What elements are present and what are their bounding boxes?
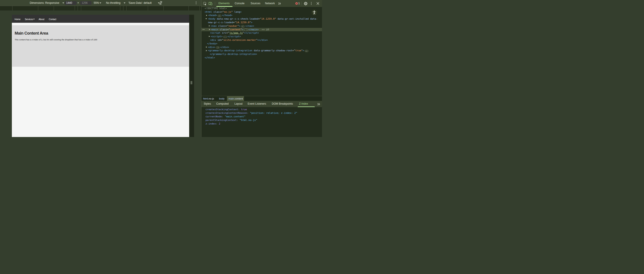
gear-icon[interactable] — [304, 1, 308, 5]
chevron-down-icon — [62, 2, 64, 3]
viewport-height-input[interactable]: 1256 — [80, 1, 92, 5]
zindex-property-row: createsStackingContext: true — [206, 108, 247, 111]
row-hover-dots-icon[interactable] — [202, 29, 204, 30]
page-navbar: HomeServicesAboutContact — [12, 15, 189, 23]
tree-row[interactable]: <head></head> — [202, 14, 322, 17]
tree-row[interactable]: <body data-new-gr-c-s-check-loaded="14.1… — [202, 17, 322, 21]
code-segment: <div> — [208, 46, 215, 49]
code-segment: > — [240, 10, 242, 13]
code-segment: src — [220, 31, 226, 34]
expand-arrow-icon[interactable] — [206, 50, 207, 51]
tab-network[interactable]: Network — [265, 0, 275, 7]
tab-z-index[interactable]: Z-Index — [299, 101, 308, 107]
ellipsis-expand-icon[interactable] — [241, 25, 245, 27]
tab-elements[interactable]: Elements — [218, 0, 230, 7]
breadcrumb: html.no-jsbodymain.content — [202, 96, 322, 101]
dimensions-selector[interactable]: Dimensions: Responsive — [30, 0, 59, 6]
tab-styles[interactable]: Styles — [204, 101, 211, 107]
nav-item-contact[interactable]: Contact — [49, 18, 56, 20]
tree-row[interactable]: <script></script> — [202, 35, 322, 38]
code-segment: </grammarly-desktop-integration> — [210, 53, 257, 56]
tree-row[interactable]: <script src="js/app.js"></script> — [202, 31, 322, 35]
tree-row[interactable]: </grammarly-desktop-integration> — [202, 52, 322, 56]
code-segment: 14.1259.0 — [261, 17, 274, 20]
accessibility-person-icon[interactable] — [311, 9, 317, 15]
tree-row[interactable]: new-gr-c-s-loaded="14.1259.0"> — [202, 21, 322, 24]
property-key: createsStackingContextReason: — [206, 112, 250, 115]
nav-item-home[interactable]: Home — [14, 18, 20, 20]
tree-row[interactable]: <grammarly-desktop-integration data-gram… — [202, 49, 322, 52]
tree-row-code: new-gr-c-s-loaded="14.1259.0"> — [208, 21, 252, 24]
kebab-menu-icon[interactable] — [196, 1, 196, 4]
chevron-double-right-icon[interactable] — [317, 103, 320, 106]
media-query-separator — [78, 6, 78, 10]
tree-row-code: <body data-new-gr-c-s-check-loaded="14.1… — [208, 17, 318, 21]
rotate-device-icon[interactable] — [159, 1, 162, 5]
expand-arrow-icon[interactable] — [206, 18, 207, 19]
code-segment: new-gr-c-s-loaded — [208, 21, 233, 24]
kebab-menu-icon[interactable] — [311, 2, 312, 5]
tree-row[interactable]: <div></div> — [202, 45, 322, 49]
tab-sources[interactable]: Sources — [251, 0, 260, 7]
code-segment: </html> — [204, 56, 215, 59]
media-query-separator — [200, 6, 200, 10]
code-segment: <head> — [208, 14, 217, 17]
code-segment: </script> — [228, 35, 241, 38]
toolbar-separator — [301, 1, 302, 5]
media-query-bar[interactable] — [0, 6, 202, 10]
code-segment: > — [303, 49, 304, 52]
expand-arrow-icon[interactable] — [209, 25, 210, 26]
tree-row[interactable]: <nav class="navbar"></nav> — [202, 24, 322, 28]
tree-row[interactable]: </html> — [202, 56, 322, 60]
tab-dom-breakpoints[interactable]: DOM Breakpoints — [272, 101, 293, 107]
tab-layout[interactable]: Layout — [234, 101, 242, 107]
ellipsis-expand-icon[interactable] — [216, 46, 220, 49]
save-data-selector[interactable]: 'Save-Data': default — [128, 0, 152, 6]
nav-item-about[interactable]: About — [39, 18, 44, 20]
ellipsis-expand-icon[interactable] — [244, 29, 248, 31]
property-value: "html.no-js" — [240, 119, 257, 122]
viewport-width-input[interactable]: 1440 — [65, 1, 76, 5]
tab-computed[interactable]: Computed — [216, 101, 228, 107]
media-query-separator — [75, 6, 75, 10]
property-key: currentNode: — [206, 115, 225, 118]
inspect-element-icon[interactable] — [203, 2, 206, 5]
close-icon[interactable] — [316, 2, 319, 5]
zoom-selector[interactable]: 55% — [94, 0, 99, 6]
breadcrumb-item-main-content[interactable]: main.content — [228, 96, 243, 101]
code-segment: " — [242, 31, 244, 34]
code-segment: =" — [226, 24, 228, 27]
code-segment: $0 — [266, 28, 269, 31]
tree-row[interactable]: <main class="content"></main> == $0 — [202, 28, 322, 31]
code-segment: =" — [221, 10, 224, 13]
code-segment: > — [251, 21, 252, 24]
code-segment: == — [259, 28, 266, 31]
code-segment: </main> — [248, 28, 259, 31]
breadcrumb-item-html-no-js[interactable]: html.no-js — [203, 96, 214, 101]
expand-arrow-icon[interactable] — [209, 36, 210, 37]
breadcrumb-item-body[interactable]: body — [219, 96, 225, 101]
tree-row[interactable]: <!DOCTYPE html> — [202, 7, 322, 10]
tab-event-listeners[interactable]: Event Listeners — [248, 101, 266, 107]
tree-row[interactable]: </body> — [202, 42, 322, 45]
dimensions-times-label: × — [77, 0, 79, 6]
tab-console[interactable]: Console — [234, 0, 244, 7]
chevron-double-right-icon[interactable] — [278, 2, 281, 5]
ellipsis-expand-icon[interactable] — [305, 50, 308, 52]
device-toolbar-icon[interactable] — [208, 2, 212, 5]
code-segment: <html — [204, 10, 212, 13]
error-badge-icon[interactable] — [296, 2, 298, 5]
expand-arrow-icon[interactable] — [206, 15, 207, 16]
code-segment: </nav> — [245, 24, 254, 27]
expand-arrow-icon[interactable] — [206, 46, 207, 48]
nav-item-services[interactable]: Services — [25, 18, 33, 20]
property-key: parentStackingContext: — [206, 119, 240, 122]
zindex-property-row: createsStackingContextReason: "position:… — [206, 111, 298, 115]
viewport-resizer[interactable] — [189, 15, 194, 137]
ellipsis-expand-icon[interactable] — [218, 15, 222, 17]
tree-row[interactable]: <html class="no-js" lang> — [202, 10, 322, 14]
expand-arrow-icon[interactable] — [209, 29, 210, 30]
throttling-selector[interactable]: No throttling — [106, 0, 120, 6]
tree-row[interactable]: <div id="scite-extension-marker"></div> — [202, 38, 322, 42]
ellipsis-expand-icon[interactable] — [224, 36, 227, 38]
